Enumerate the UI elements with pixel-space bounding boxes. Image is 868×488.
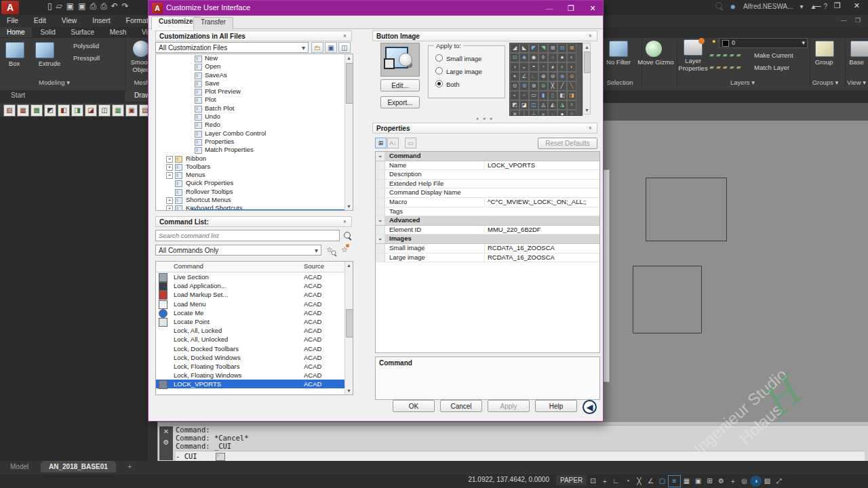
ribbon-tab-surface[interactable]: Surface (64, 27, 101, 37)
command-row[interactable]: Load MenuACAD (156, 300, 353, 308)
collapse-icon[interactable] (589, 33, 594, 39)
icon[interactable]: ⊞ (704, 476, 715, 487)
dialog-titlebar[interactable]: A Customize User Interface — ❐ ✕ (149, 1, 603, 16)
command-row[interactable]: Lock, All, UnlockedACAD (156, 335, 353, 344)
icon[interactable]: ▱ (56, 1, 66, 11)
menu-file[interactable]: File (0, 15, 25, 26)
icon[interactable]: ⊕ (538, 72, 548, 81)
dialog-minimize-button[interactable]: — (539, 1, 559, 16)
box-tool[interactable]: Box (0, 60, 28, 67)
icon[interactable]: ⊗ (557, 72, 567, 81)
command-search-input[interactable] (156, 230, 339, 241)
icon[interactable]: ⊜ (538, 81, 548, 91)
alphabetical-sort-icon[interactable]: A↓ (387, 138, 399, 148)
extrude-tool[interactable]: Extrude (26, 60, 73, 67)
expand-icon[interactable]: + (166, 205, 173, 211)
icon[interactable]: ▣ (692, 476, 704, 487)
icon[interactable]: ⊞ (548, 43, 557, 53)
radio-small-image[interactable]: Small image (435, 54, 481, 62)
new-filter-icon[interactable]: ☆ (341, 245, 348, 254)
collapse-icon[interactable] (589, 125, 594, 131)
icon[interactable]: ◔ (538, 62, 548, 72)
cli-input[interactable]: - CUI (176, 451, 865, 461)
icon[interactable]: ▦ (112, 104, 124, 117)
make-current-tool[interactable]: Make Current (754, 52, 806, 59)
ribbon-tab-mesh[interactable]: Mesh (103, 27, 133, 37)
icon[interactable]: ↷ (122, 1, 133, 11)
command-list-scrollbar[interactable]: ▲▼ (344, 262, 353, 394)
customizations-header[interactable]: Customizations in All Files (155, 30, 352, 41)
collapse-dialog-button[interactable]: ◀ (583, 400, 597, 414)
dialog-close-button[interactable]: ✕ (583, 1, 603, 16)
group-icon[interactable] (815, 41, 834, 57)
command-row[interactable]: Live SectionACAD (156, 272, 353, 281)
icon[interactable]: ┼ (529, 110, 538, 116)
icon[interactable]: ↶ (111, 1, 122, 11)
tree-item-redo[interactable]: Redo (156, 121, 353, 129)
icon[interactable]: ◪ (85, 104, 97, 117)
icon[interactable]: ◨ (567, 91, 576, 100)
groups-panel-label[interactable]: Groups ▾ (808, 79, 842, 89)
command-search[interactable] (155, 230, 340, 241)
icon[interactable]: ◉ (529, 53, 538, 62)
command-row[interactable]: Load Application...ACAD (156, 281, 353, 290)
icon[interactable]: ◑ (510, 62, 519, 72)
viewport-rect-1[interactable] (646, 178, 727, 241)
icon[interactable]: ◪ (519, 100, 529, 110)
app-store-icon[interactable]: ▾ (800, 3, 804, 10)
icon[interactable]: ◩ (44, 104, 56, 117)
command-row[interactable]: Lock, Docked ToolbarsACAD (156, 344, 353, 353)
tree-item-shortcut-menus[interactable]: +Shortcut Menus (156, 196, 353, 204)
prop-row[interactable]: Extended Help File (376, 180, 599, 189)
cancel-button[interactable]: Cancel (440, 400, 482, 412)
signed-in-user[interactable]: Alfred.NESWA... (743, 3, 793, 10)
command-row-selected[interactable]: LOCK_VPORTSACAD (156, 380, 353, 388)
icon[interactable]: ◐ (567, 53, 576, 62)
menu-insert[interactable]: Insert (85, 15, 117, 26)
help-button[interactable]: Help (535, 400, 577, 412)
box-tool-icon[interactable] (5, 42, 24, 58)
polysolid-tool[interactable]: Polysolid (73, 42, 121, 49)
command-list-header[interactable]: Command List: (155, 216, 352, 227)
icon[interactable]: ▰ (730, 64, 736, 70)
tree-item-batch-plot[interactable]: Batch Plot (156, 104, 353, 113)
icon[interactable]: ✕ (510, 110, 519, 116)
command-row[interactable]: Locate MeACAD (156, 308, 353, 317)
prop-row[interactable]: Large imageRCDATA_16_ZOOSCA (376, 253, 599, 263)
command-row[interactable]: Lock, Floating WindowsACAD (156, 371, 353, 380)
icon[interactable]: ＋ (599, 476, 610, 487)
icon[interactable]: ◫ (529, 100, 538, 110)
tree-item-saveas[interactable]: SaveAs (156, 71, 353, 79)
icon[interactable]: ◧ (58, 104, 70, 117)
save-as-icon[interactable]: ◫ (338, 42, 351, 53)
icon[interactable]: ▣ (125, 104, 138, 117)
drawing-window-controls[interactable]: — ❐ (840, 17, 864, 24)
command-row[interactable]: Locate PointACAD (156, 317, 353, 326)
icon[interactable]: ◮ (557, 100, 567, 110)
layers-panel-label[interactable]: Layers ▾ (705, 79, 780, 89)
new-layout-button[interactable]: + (120, 461, 140, 472)
tree-item-new[interactable]: New (156, 54, 353, 62)
prop-group-images[interactable]: ⌄Images (376, 235, 599, 244)
customizations-tree[interactable]: New Open SaveAs Save Plot Preview Plot B… (155, 54, 353, 211)
icon[interactable]: ⊙ (510, 81, 519, 91)
icon[interactable]: ☓ (567, 100, 576, 110)
icon[interactable]: ▧ (3, 104, 16, 117)
modeling-panel-label[interactable]: Modeling ▾ (20, 79, 88, 89)
command-row[interactable]: Lock, Docked WindowsACAD (156, 353, 353, 362)
icon[interactable]: ⊡ (510, 53, 519, 62)
command-row[interactable]: Lock, Floating ToolbarsACAD (156, 362, 353, 371)
icon[interactable]: ⊘ (567, 72, 576, 81)
layout-tab-an2018[interactable]: AN_2018_BASE01 (41, 461, 116, 472)
tree-item-match-properties[interactable]: Match Properties (156, 146, 353, 154)
property-pages-icon[interactable]: ▭ (405, 138, 416, 148)
icon[interactable]: ∟ (610, 476, 622, 487)
customization-files-dropdown[interactable]: All Customization Files▾ (155, 42, 309, 53)
expand-icon[interactable]: + (166, 197, 173, 204)
menu-edit[interactable]: Edit (27, 15, 53, 26)
icon[interactable]: ▦ (17, 104, 29, 117)
view-panel-label[interactable]: View ▾ (845, 79, 868, 89)
icon[interactable]: ▮ (538, 91, 548, 100)
icon[interactable]: ◨ (71, 104, 83, 117)
icon[interactable]: ◫ (98, 104, 111, 117)
